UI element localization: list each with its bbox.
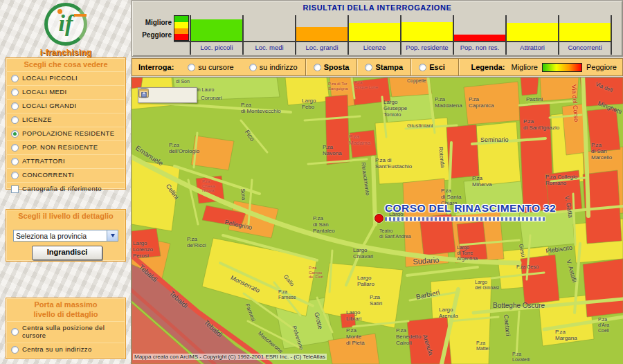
- radio-icon[interactable]: [11, 328, 19, 336]
- radio-icon[interactable]: [365, 64, 372, 71]
- province-select[interactable]: Seleziona la provincia: [13, 230, 118, 242]
- panel-max-detail: Porta al massimo livello di dettaglio Ce…: [6, 298, 126, 359]
- max-detail-options-list: Centra sulla posizione del cursoreCentra…: [6, 321, 125, 356]
- map-street-label: P.za di Montevecchio: [241, 102, 281, 115]
- radio-icon[interactable]: [11, 102, 19, 110]
- app-logo: if i-franchising: [0, 1, 132, 57]
- result-plot-area: [454, 15, 505, 41]
- sidebar-option-locali-grandi[interactable]: LOCALI GRANDI: [6, 99, 125, 113]
- sidebar-option-licenze[interactable]: LICENZE: [6, 113, 125, 127]
- result-column: Pop. residente: [400, 15, 453, 55]
- sidebar-option-pop-non-residente[interactable]: POP. NON RESIDENTE: [6, 140, 125, 154]
- toolbar-radio-su-indirizzo[interactable]: su indirizzo: [242, 59, 305, 75]
- legenda-label: Legenda:: [465, 63, 512, 71]
- select-dropdown-button[interactable]: [107, 230, 118, 241]
- map-street-label: Minghetti: [597, 100, 623, 116]
- toolbar-radio-sposta[interactable]: Sposta: [305, 59, 357, 75]
- map-street-label: Gallo: [282, 274, 295, 288]
- radio-icon[interactable]: [11, 172, 19, 179]
- result-bar: [296, 27, 347, 41]
- results-columns: Loc. piccoliLoc. mediLoc. grandiLicenzeP…: [190, 15, 612, 55]
- radio-icon[interactable]: [188, 64, 195, 71]
- toolbar-radio-label: Esci: [429, 63, 445, 71]
- sidebar-option-concorrenti[interactable]: CONCORRENTI: [6, 168, 125, 182]
- radio-icon[interactable]: [419, 64, 426, 71]
- sidebar-option-locali-medi[interactable]: LOCALI MEDI: [6, 85, 125, 99]
- max-detail-option-2[interactable]: Centra su un indirizzo: [6, 343, 125, 356]
- export-icon[interactable]: [138, 88, 149, 98]
- zoom-in-button[interactable]: Ingrandisci: [32, 246, 102, 260]
- map-street-label: Largo Pallaro: [357, 275, 374, 288]
- legend-gradient-bar: [542, 63, 582, 72]
- map-street-label: Tebaldi: [138, 263, 159, 284]
- toolbar-radio-label: Sposta: [324, 63, 350, 71]
- map-street-label: Arenula: [421, 334, 434, 356]
- radio-icon[interactable]: [11, 75, 19, 82]
- panel-max-detail-title: Porta al massimo livello di dettaglio: [6, 298, 125, 321]
- results-title: RISULTATI DELLA INTERROGAZIONE: [132, 3, 622, 12]
- panel-detail-title: Scegli il livello di dettaglio: [6, 210, 125, 223]
- map-street-label: P.za di San Pantaleo: [313, 216, 335, 235]
- sidebar: if i-franchising Scegli che cosa vedere …: [0, 0, 132, 364]
- map-street-label: P.za Cinque Lune: [354, 80, 378, 89]
- result-column-label: Concorrenti: [559, 41, 611, 55]
- sidebar-option-popolazione-residente[interactable]: POPOLAZIONE RESIDENTE: [6, 127, 125, 140]
- max-detail-option-1[interactable]: Centra sulla posizione del cursore: [6, 321, 125, 343]
- map-street-label: Mascherone: [256, 331, 283, 355]
- map-street-label: Emanuele: [134, 144, 165, 167]
- sidebar-option-label: LOCALI GRANDI: [22, 102, 77, 109]
- map-street-label: P.za Madama: [349, 134, 370, 147]
- toolbar-radio-stampa[interactable]: Stampa: [356, 59, 410, 75]
- checkbox-cartografia[interactable]: Cartografia di riferimento: [6, 182, 125, 196]
- radio-icon[interactable]: [11, 130, 19, 138]
- map-street-label: Pastini: [526, 97, 543, 103]
- radio-icon[interactable]: [11, 144, 19, 152]
- map-street-label: P.za Benedetto Cairoli: [396, 328, 421, 347]
- map-street-label: Gesù: [517, 244, 525, 257]
- toolbar-radio-esci[interactable]: Esci: [410, 59, 453, 75]
- radio-icon[interactable]: [249, 64, 257, 71]
- sidebar-option-attrattori[interactable]: ATTRATTORI: [6, 154, 125, 168]
- radio-icon[interactable]: [11, 89, 19, 96]
- map-street-label: P.za Gesù: [516, 264, 539, 270]
- scale-segment: [174, 22, 188, 28]
- map-street-label: Polverone: [290, 325, 304, 351]
- result-column: Loc. piccoli: [190, 15, 242, 55]
- result-bar: [401, 22, 453, 41]
- result-plot-area: [296, 15, 347, 41]
- map-street-label: P.za Farnese: [278, 289, 296, 300]
- result-column-label: Pop. residente: [401, 41, 453, 55]
- radio-icon[interactable]: [11, 116, 19, 124]
- scale-worst-label: Peggiore: [135, 31, 172, 39]
- logo-dash-icon: [74, 14, 87, 17]
- map-street-label: P.za Minerva: [472, 176, 491, 188]
- layer-options-list: LOCALI PICCOLILOCALI MEDILOCALI GRANDILI…: [6, 71, 125, 182]
- toolbar-radio-su-cursore[interactable]: su cursore: [180, 59, 241, 75]
- map-toolbar: Interroga: su cursoresu indirizzoSpostaS…: [132, 58, 623, 76]
- map-street-label: Rinascimento: [359, 162, 370, 196]
- map-street-label: Plebiscito: [545, 244, 573, 255]
- legend-cell: Legenda: Migliore Peggiore: [458, 59, 622, 75]
- map-street-label: Largo Librari: [346, 310, 361, 322]
- sidebar-option-locali-piccoli[interactable]: LOCALI PICCOLI: [6, 71, 125, 85]
- result-column: Licenze: [347, 15, 400, 55]
- map-street-label: P.za Campo de' Fiori: [309, 266, 323, 280]
- map-street-label: P.za d'Ara Coeli: [598, 317, 609, 333]
- radio-icon[interactable]: [314, 64, 321, 71]
- map-street-label: Giustiniani: [407, 123, 433, 129]
- map-street-label: P.za Monte di Pietà: [346, 328, 365, 347]
- result-plot-area: [244, 15, 295, 41]
- map-viewport[interactable]: di Sonre in LauroCoronariP.za di Monteve…: [132, 78, 623, 364]
- map-copyright: Mappa creata con ArcIMS - Copyright (C) …: [133, 354, 327, 360]
- map-street-label: P.za dell'Orologio: [169, 143, 199, 155]
- result-column-label: Loc. grandi: [296, 41, 347, 55]
- sidebar-option-label: LICENZE: [22, 116, 52, 123]
- map-street-label: Tebaldi: [168, 289, 190, 310]
- checkbox-icon[interactable]: [11, 185, 19, 193]
- result-column: Loc. medi: [242, 15, 295, 55]
- result-column: Attrattori: [505, 15, 558, 55]
- radio-icon[interactable]: [11, 346, 19, 354]
- result-plot-area: [349, 15, 400, 41]
- interroga-label: Interroga:: [132, 63, 180, 71]
- radio-icon[interactable]: [11, 158, 19, 165]
